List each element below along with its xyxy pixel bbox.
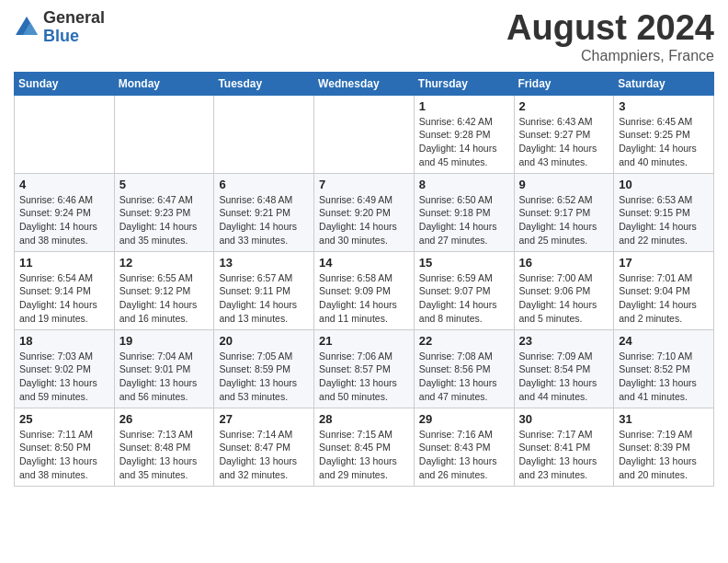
calendar-cell: 28Sunrise: 7:15 AMSunset: 8:45 PMDayligh… [314,408,415,486]
day-number: 18 [19,334,109,348]
calendar-cell: 20Sunrise: 7:05 AMSunset: 8:59 PMDayligh… [214,329,314,408]
day-info: Sunrise: 6:55 AMSunset: 9:12 PMDaylight:… [119,271,210,326]
day-info: Sunrise: 7:09 AMSunset: 8:54 PMDaylight:… [519,350,609,404]
calendar-cell: 16Sunrise: 7:00 AMSunset: 9:06 PMDayligh… [514,251,614,329]
logo-icon [14,15,40,40]
calendar-cell: 29Sunrise: 7:16 AMSunset: 8:43 PMDayligh… [414,408,514,486]
day-number: 26 [119,412,210,426]
day-info: Sunrise: 7:08 AMSunset: 8:56 PMDaylight:… [419,350,509,404]
day-number: 20 [219,334,309,348]
day-info: Sunrise: 7:17 AMSunset: 8:41 PMDaylight:… [519,428,609,482]
day-number: 22 [419,334,509,348]
day-info: Sunrise: 7:01 AMSunset: 9:04 PMDaylight:… [619,271,709,326]
day-number: 6 [219,178,309,191]
day-number: 31 [619,412,709,426]
calendar-cell: 18Sunrise: 7:03 AMSunset: 9:02 PMDayligh… [15,329,115,408]
calendar-cell: 13Sunrise: 6:57 AMSunset: 9:11 PMDayligh… [214,251,314,329]
day-info: Sunrise: 6:57 AMSunset: 9:11 PMDaylight:… [219,271,309,326]
weekday-header-saturday: Saturday [614,72,714,95]
weekday-header-wednesday: Wednesday [314,72,415,95]
calendar-cell: 15Sunrise: 6:59 AMSunset: 9:07 PMDayligh… [414,251,514,329]
calendar-cell: 6Sunrise: 6:48 AMSunset: 9:21 PMDaylight… [214,173,314,251]
weekday-header-thursday: Thursday [414,72,514,95]
day-info: Sunrise: 7:04 AMSunset: 9:01 PMDaylight:… [119,350,210,404]
day-number: 1 [419,99,509,113]
calendar-cell: 27Sunrise: 7:14 AMSunset: 8:47 PMDayligh… [214,408,314,486]
weekday-header-tuesday: Tuesday [214,72,314,95]
day-number: 16 [519,256,609,270]
day-number: 25 [19,412,109,426]
day-number: 5 [119,178,210,191]
day-number: 13 [219,256,309,270]
day-info: Sunrise: 7:05 AMSunset: 8:59 PMDaylight:… [219,350,309,404]
day-info: Sunrise: 6:58 AMSunset: 9:09 PMDaylight:… [319,271,409,326]
calendar-cell: 2Sunrise: 6:43 AMSunset: 9:27 PMDaylight… [514,95,614,173]
logo-blue-text: Blue [43,28,105,46]
page-header: General Blue August 2024 Champniers, Fra… [14,9,714,64]
logo-text: General Blue [43,9,105,46]
calendar-week-2: 4Sunrise: 6:46 AMSunset: 9:24 PMDaylight… [15,173,714,251]
calendar-cell [214,95,314,173]
weekday-header-friday: Friday [514,72,614,95]
calendar-cell: 19Sunrise: 7:04 AMSunset: 9:01 PMDayligh… [114,329,214,408]
day-number: 14 [319,256,409,270]
calendar-week-5: 25Sunrise: 7:11 AMSunset: 8:50 PMDayligh… [15,408,714,486]
calendar-cell: 14Sunrise: 6:58 AMSunset: 9:09 PMDayligh… [314,251,415,329]
day-number: 3 [619,99,709,113]
day-number: 17 [619,256,709,270]
day-info: Sunrise: 6:50 AMSunset: 9:18 PMDaylight:… [419,193,509,247]
day-info: Sunrise: 7:10 AMSunset: 8:52 PMDaylight:… [619,350,709,404]
calendar-body: 1Sunrise: 6:42 AMSunset: 9:28 PMDaylight… [15,95,714,486]
day-info: Sunrise: 7:13 AMSunset: 8:48 PMDaylight:… [119,428,210,482]
calendar-cell: 24Sunrise: 7:10 AMSunset: 8:52 PMDayligh… [614,329,714,408]
day-info: Sunrise: 6:46 AMSunset: 9:24 PMDaylight:… [19,193,109,247]
calendar-cell [114,95,214,173]
calendar-header: SundayMondayTuesdayWednesdayThursdayFrid… [15,72,714,95]
day-info: Sunrise: 6:43 AMSunset: 9:27 PMDaylight:… [519,115,609,169]
day-info: Sunrise: 6:53 AMSunset: 9:15 PMDaylight:… [619,193,709,247]
title-block: August 2024 Champniers, France [506,9,714,64]
day-number: 9 [519,178,609,191]
calendar-cell [15,95,115,173]
calendar-cell [314,95,415,173]
calendar-week-4: 18Sunrise: 7:03 AMSunset: 9:02 PMDayligh… [15,329,714,408]
day-info: Sunrise: 7:06 AMSunset: 8:57 PMDaylight:… [319,350,409,404]
calendar-cell: 11Sunrise: 6:54 AMSunset: 9:14 PMDayligh… [15,251,115,329]
calendar-cell: 17Sunrise: 7:01 AMSunset: 9:04 PMDayligh… [614,251,714,329]
day-number: 12 [119,256,210,270]
day-info: Sunrise: 7:14 AMSunset: 8:47 PMDaylight:… [219,428,309,482]
calendar-cell: 8Sunrise: 6:50 AMSunset: 9:18 PMDaylight… [414,173,514,251]
day-info: Sunrise: 6:48 AMSunset: 9:21 PMDaylight:… [219,193,309,247]
day-number: 24 [619,334,709,348]
day-number: 19 [119,334,210,348]
calendar-cell: 23Sunrise: 7:09 AMSunset: 8:54 PMDayligh… [514,329,614,408]
calendar-cell: 31Sunrise: 7:19 AMSunset: 8:39 PMDayligh… [614,408,714,486]
calendar-cell: 5Sunrise: 6:47 AMSunset: 9:23 PMDaylight… [114,173,214,251]
day-number: 23 [519,334,609,348]
day-number: 2 [519,99,609,113]
day-info: Sunrise: 7:00 AMSunset: 9:06 PMDaylight:… [519,271,609,326]
day-info: Sunrise: 6:42 AMSunset: 9:28 PMDaylight:… [419,115,509,169]
calendar-title: August 2024 [506,9,714,48]
weekday-header-sunday: Sunday [15,72,115,95]
day-number: 28 [319,412,409,426]
day-info: Sunrise: 7:19 AMSunset: 8:39 PMDaylight:… [619,428,709,482]
calendar-cell: 4Sunrise: 6:46 AMSunset: 9:24 PMDaylight… [15,173,115,251]
day-number: 10 [619,178,709,191]
day-info: Sunrise: 6:54 AMSunset: 9:14 PMDaylight:… [19,271,109,326]
calendar-cell: 12Sunrise: 6:55 AMSunset: 9:12 PMDayligh… [114,251,214,329]
logo-general-text: General [43,9,105,28]
calendar-week-1: 1Sunrise: 6:42 AMSunset: 9:28 PMDaylight… [15,95,714,173]
calendar-cell: 1Sunrise: 6:42 AMSunset: 9:28 PMDaylight… [414,95,514,173]
calendar-week-3: 11Sunrise: 6:54 AMSunset: 9:14 PMDayligh… [15,251,714,329]
weekday-header-row: SundayMondayTuesdayWednesdayThursdayFrid… [15,72,714,95]
day-number: 30 [519,412,609,426]
day-number: 15 [419,256,509,270]
day-number: 4 [19,178,109,191]
logo: General Blue [14,9,105,46]
day-info: Sunrise: 6:49 AMSunset: 9:20 PMDaylight:… [319,193,409,247]
day-number: 8 [419,178,509,191]
calendar-cell: 3Sunrise: 6:45 AMSunset: 9:25 PMDaylight… [614,95,714,173]
calendar-cell: 10Sunrise: 6:53 AMSunset: 9:15 PMDayligh… [614,173,714,251]
calendar-cell: 26Sunrise: 7:13 AMSunset: 8:48 PMDayligh… [114,408,214,486]
